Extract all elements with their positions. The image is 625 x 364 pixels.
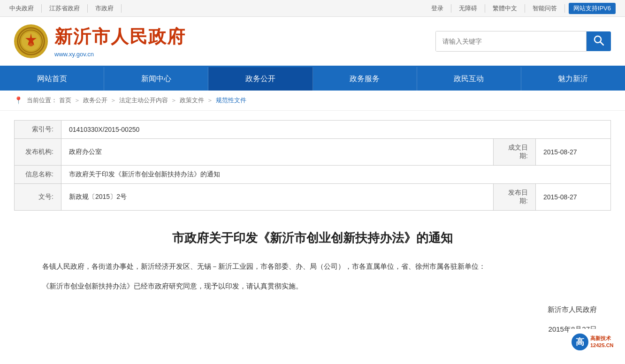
ipv6-badge: 网站支持IPV6 — [569, 3, 616, 14]
breadcrumb-affairs[interactable]: 政务公开 — [83, 96, 107, 105]
nav-item-home[interactable]: 网站首页 — [0, 67, 104, 91]
top-link-accessibility[interactable]: 无障碍 — [451, 4, 485, 13]
doc-date: 2015年8月27日 — [28, 322, 597, 336]
search-icon — [594, 35, 604, 48]
search-input[interactable] — [436, 31, 586, 51]
breadcrumb-current: 规范性文件 — [216, 96, 246, 105]
floating-ad-logo: 高 — [572, 334, 588, 350]
floating-ad[interactable]: 高 高新技术 12425.CN — [569, 329, 625, 355]
value-composed-date: 2015-08-27 — [536, 139, 611, 166]
table-row: 信息名称: 市政府关于印发《新沂市创业创新扶持办法》的通知 — [15, 166, 611, 184]
nav-item-services[interactable]: 政务服务 — [313, 67, 417, 91]
top-link-city[interactable]: 市政府 — [88, 4, 122, 13]
breadcrumb-home[interactable]: 首页 — [59, 96, 71, 105]
nav-item-affairs[interactable]: 政务公开 — [208, 67, 312, 91]
top-link-ai[interactable]: 智能问答 — [525, 4, 565, 13]
table-row: 发布机构: 政府办公室 成文日期: 2015-08-27 — [15, 139, 611, 166]
emblem-svg — [19, 30, 43, 53]
doc-body: 各镇人民政府，各街道办事处，新沂经济开发区、无锡－新沂工业园，市各部委、办、局（… — [28, 259, 597, 336]
breadcrumb-sep-3: ＞ — [171, 96, 177, 105]
doc-content: 市政府关于印发《新沂市创业创新扶持办法》的通知 各镇人民政府，各街道办事处，新沂… — [0, 215, 625, 361]
breadcrumb-sep-4: ＞ — [207, 96, 213, 105]
value-info-name: 市政府关于印发《新沂市创业创新扶持办法》的通知 — [61, 166, 611, 184]
logo-text: 新沂市人民政府 www.xy.gov.cn — [54, 25, 186, 58]
header: 新沂市人民政府 www.xy.gov.cn — [0, 17, 625, 67]
main-nav: 网站首页 新闻中心 政务公开 政务服务 政民互动 魅力新沂 — [0, 67, 625, 91]
nav-item-news[interactable]: 新闻中心 — [104, 67, 208, 91]
top-link-jiangsu[interactable]: 江苏省政府 — [42, 4, 88, 13]
breadcrumb-policy[interactable]: 政策文件 — [180, 96, 204, 105]
label-publisher: 发布机构: — [15, 139, 61, 166]
search-box — [435, 31, 587, 52]
value-publisher: 政府办公室 — [61, 139, 494, 166]
breadcrumb-sep-1: ＞ — [74, 96, 80, 105]
doc-address: 各镇人民政府，各街道办事处，新沂经济开发区、无锡－新沂工业园，市各部委、办、局（… — [28, 259, 597, 273]
top-link-login[interactable]: 登录 — [424, 4, 451, 13]
label-info-name: 信息名称: — [15, 166, 61, 184]
info-table-wrap: 索引号: 01410330X/2015-00250 发布机构: 政府办公室 成文… — [0, 111, 625, 215]
breadcrumb-location-label: 当前位置： — [27, 96, 57, 105]
info-table: 索引号: 01410330X/2015-00250 发布机构: 政府办公室 成文… — [14, 120, 611, 211]
header-logo: 新沂市人民政府 www.xy.gov.cn — [14, 24, 186, 58]
floating-ad-text: 高新技术 12425.CN — [590, 335, 614, 349]
top-link-central[interactable]: 中央政府 — [9, 4, 42, 13]
header-search — [435, 31, 611, 52]
value-pub-date: 2015-08-27 — [536, 184, 611, 211]
label-composed-date: 成文日期: — [494, 139, 536, 166]
floating-ad-line2: 12425.CN — [590, 342, 614, 349]
logo-emblem-inner — [17, 27, 45, 55]
value-doc-num: 新政规〔2015〕2号 — [61, 184, 494, 211]
doc-paragraph: 《新沂市创业创新扶持办法》已经市政府研究同意，现予以印发，请认真贯彻实施。 — [28, 279, 597, 293]
doc-sender: 新沂市人民政府 — [28, 303, 597, 317]
table-row: 索引号: 01410330X/2015-00250 — [15, 121, 611, 139]
breadcrumb-statutory[interactable]: 法定主动公开内容 — [119, 96, 168, 105]
top-bar-right: 登录 无障碍 繁體中文 智能问答 网站支持IPV6 — [424, 3, 616, 14]
svg-point-3 — [28, 41, 34, 46]
breadcrumb: 📍 当前位置： 首页 ＞ 政务公开 ＞ 法定主动公开内容 ＞ 政策文件 ＞ 规范… — [0, 91, 625, 111]
value-index: 01410330X/2015-00250 — [61, 121, 611, 139]
floating-ad-inner: 高 高新技术 12425.CN — [569, 329, 625, 355]
logo-emblem — [14, 24, 48, 58]
table-row: 文号: 新政规〔2015〕2号 发布日期: 2015-08-27 — [15, 184, 611, 211]
label-doc-num: 文号: — [15, 184, 61, 211]
top-bar: 中央政府 江苏省政府 市政府 登录 无障碍 繁體中文 智能问答 网站支持IPV6 — [0, 0, 625, 17]
search-button[interactable] — [587, 31, 611, 51]
location-icon: 📍 — [14, 96, 23, 105]
site-title: 新沂市人民政府 — [54, 25, 186, 49]
svg-line-5 — [601, 42, 604, 45]
doc-title: 市政府关于印发《新沂市创业创新扶持办法》的通知 — [28, 229, 597, 246]
nav-item-interaction[interactable]: 政民互动 — [417, 67, 521, 91]
floating-ad-line1: 高新技术 — [590, 335, 614, 341]
label-pub-date: 发布日期: — [494, 184, 536, 211]
site-url: www.xy.gov.cn — [54, 51, 186, 58]
label-index: 索引号: — [15, 121, 61, 139]
breadcrumb-sep-2: ＞ — [110, 96, 116, 105]
top-bar-left: 中央政府 江苏省政府 市政府 — [9, 4, 122, 13]
top-link-traditional[interactable]: 繁體中文 — [485, 4, 525, 13]
nav-item-charm[interactable]: 魅力新沂 — [521, 67, 625, 91]
